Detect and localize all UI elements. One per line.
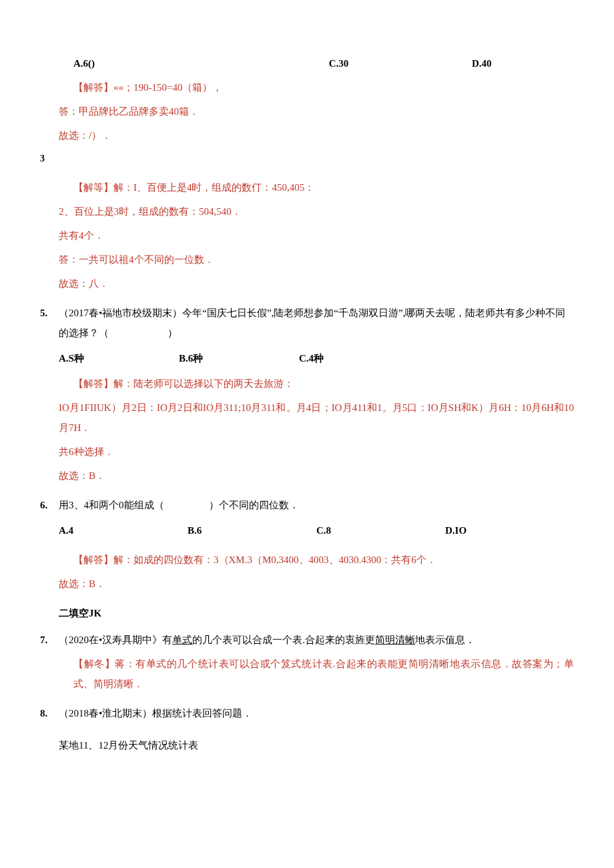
question-stem: （2020在•汉寿具期中》有 xyxy=(59,634,172,645)
question-number: 7. xyxy=(40,630,59,650)
option-a: A.4 xyxy=(59,520,188,540)
answer-line: 答：一共可以祖4个不同的一位数． xyxy=(40,250,574,270)
question-number: 6. xyxy=(40,495,59,515)
question-stem: （2017春•福地市校级期末）今年“国庆七日长假”,陆老师想参加“千岛湖双日游”… xyxy=(59,308,565,338)
option-c: C.30 xyxy=(329,53,472,73)
option-b: B.6 xyxy=(188,520,316,540)
question-number: 8. xyxy=(40,703,59,723)
option-d: D.40 xyxy=(472,53,574,73)
answer-line: 故选：B． xyxy=(40,574,574,594)
answer-line: 共有4个． xyxy=(40,226,574,246)
question-number: 5. xyxy=(40,303,59,343)
question-stem: （2018春•淮北期末）根据统计表回答问题． xyxy=(59,708,252,719)
section-heading: 二填空JK xyxy=(40,603,574,623)
question-8: 8. （2018春•淮北期末）根据统计表回答问题． 某地11、12月份天气情况统… xyxy=(40,703,574,755)
option-d: D.IO xyxy=(445,520,574,540)
question-stem: ）个不同的四位数． xyxy=(209,500,299,510)
option-c: C.4种 xyxy=(299,348,419,368)
answer-line: 共6种选择． xyxy=(40,442,574,462)
answer-line: IO月1FIIUK）月2日：IO月2日和IO月311;10月311和。月4日；I… xyxy=(40,398,574,438)
answer-line: 故选：B． xyxy=(40,466,574,486)
question-6: 6. 用3、4和两个0能组成（ ）个不同的四位数． A.4 B.6 C.8 D.… xyxy=(40,495,574,594)
option-c: C.8 xyxy=(316,520,445,540)
answer-line: 【解答】««；190-150=40（箱）， xyxy=(40,77,574,97)
question-7: 7. （2020在•汉寿具期中》有单式的几个表可以合成一个表.合起来的衷旌更简明… xyxy=(40,630,574,694)
answer-line: 【解答】解：如成的四位数有：3（XM.3（M0,3400、4003、4030.4… xyxy=(40,550,574,570)
option-a: A.S种 xyxy=(59,348,179,368)
answer-line: 【解等】解：I、百便上是4时，组成的数仃：450,405： xyxy=(40,177,574,197)
question-options-row: A.4 B.6 C.8 D.IO xyxy=(40,520,574,540)
question-stem: 用3、4和两个0能组成（ xyxy=(59,500,164,510)
question-stem: 地表示值息． xyxy=(415,634,475,645)
option-b: B.6种 xyxy=(179,348,299,368)
question-5: 5. （2017春•福地市校级期末）今年“国庆七日长假”,陆老师想参加“千岛湖双… xyxy=(40,303,574,486)
underline-blank: 简明清蜥 xyxy=(375,634,415,645)
question-stem-close: ） xyxy=(168,328,178,338)
question-stem: 的几个表可以合成一个表.合起来的衷旌更 xyxy=(192,634,375,645)
underline-blank: 单式 xyxy=(172,634,192,645)
answer-line: 故选：/）． xyxy=(40,125,574,145)
question-options-row: A.S种 B.6种 C.4种 xyxy=(40,348,574,368)
answer-line: 【解答】解：陆老师可以选择以下的两天去旅游： xyxy=(40,374,574,394)
answer-line: 2、百位上是3时，组成的数有：504,540． xyxy=(40,201,574,222)
option-a: A.6() xyxy=(73,53,329,73)
document-page: A.6() C.30 D.40 【解答】««；190-150=40（箱）， 答：… xyxy=(0,0,614,782)
table-caption: 某地11、12月份天气情况统计表 xyxy=(40,735,574,755)
answer-line: 答：甲品牌比乙品牌多卖40箱． xyxy=(40,101,574,121)
answer-line: 【解冬】蒋：有单式的几个统计表可以合或个笈式统计表.合起来的表能更简明清晰地表示… xyxy=(40,654,574,694)
question-number-marker: 3 xyxy=(40,145,574,168)
question-options-row: A.6() C.30 D.40 xyxy=(40,53,574,73)
answer-line: 故选：八． xyxy=(40,274,574,294)
